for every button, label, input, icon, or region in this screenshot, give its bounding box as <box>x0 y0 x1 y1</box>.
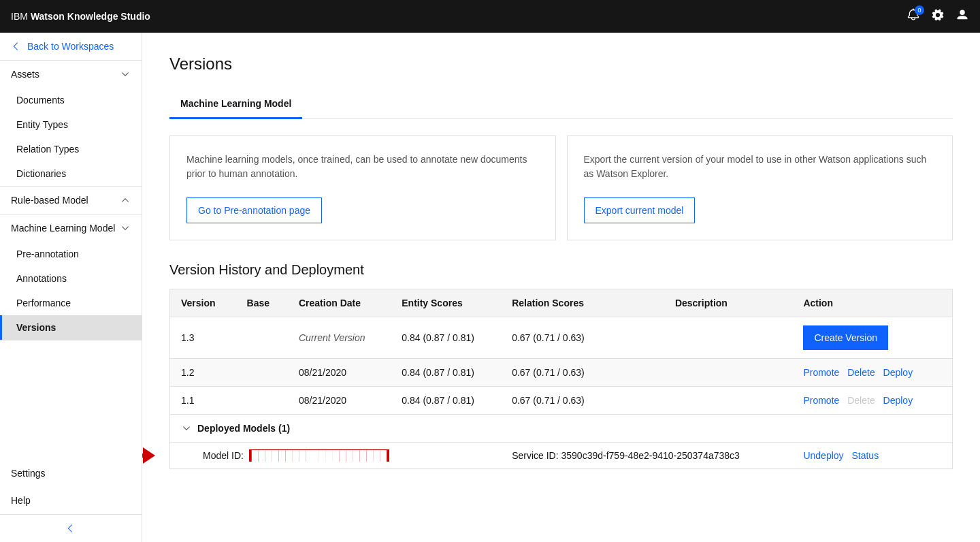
sidebar-item-annotations[interactable]: Annotations <box>0 266 142 291</box>
tab-ml-model[interactable]: Machine Learning Model <box>169 90 302 119</box>
col-entity-scores: Entity Scores <box>391 289 501 317</box>
deployed-models-header-row: Deployed Models (1) <box>170 415 953 443</box>
creation-date-1-3: Current Version <box>288 317 391 359</box>
col-base: Base <box>236 289 288 317</box>
table-row: 1.2 08/21/2020 0.84 (0.87 / 0.81) 0.67 (… <box>170 359 953 387</box>
notification-icon[interactable]: 0 <box>906 8 920 25</box>
app-body: Back to Workspaces Assets Documents Enti… <box>0 33 980 542</box>
description-1-1 <box>664 387 793 415</box>
tabs: Machine Learning Model <box>169 90 953 119</box>
col-relation-scores: Relation Scores <box>501 289 664 317</box>
base-1-1 <box>236 387 288 415</box>
action-1-3: Create Version <box>792 317 952 359</box>
deployed-models-header: Deployed Models (1) <box>181 423 941 434</box>
model-id-value: ████████████████████ <box>249 449 389 462</box>
col-action: Action <box>792 289 952 317</box>
assets-label: Assets <box>11 69 39 80</box>
entity-scores-1-1: 0.84 (0.87 / 0.81) <box>391 387 501 415</box>
cards-row: Machine learning models, once trained, c… <box>169 136 953 240</box>
rule-based-header[interactable]: Rule-based Model <box>0 187 142 214</box>
action-1-1: Promote Delete Deploy <box>792 387 952 415</box>
deployed-model-row: Model ID: ████████████████████ Service I… <box>170 443 953 469</box>
col-creation-date: Creation Date <box>288 289 391 317</box>
creation-date-1-1: 08/21/2020 <box>288 387 391 415</box>
action-1-2: Promote Delete Deploy <box>792 359 952 387</box>
assets-section-header[interactable]: Assets <box>0 61 142 88</box>
version-history-table: Version Base Creation Date Entity Scores… <box>169 289 953 469</box>
pre-annotation-card-text: Machine learning models, once trained, c… <box>186 153 539 181</box>
pre-annotation-card: Machine learning models, once trained, c… <box>169 136 556 240</box>
col-version: Version <box>170 289 236 317</box>
page-title: Versions <box>169 54 953 74</box>
notification-badge: 0 <box>915 5 924 15</box>
ml-model-section: Machine Learning Model Pre-annotation An… <box>0 214 142 340</box>
brand-ibm: IBM <box>11 11 28 22</box>
ml-model-label: Machine Learning Model <box>11 223 115 234</box>
deploy-link-1-1[interactable]: Deploy <box>883 395 913 406</box>
annotation-arrow <box>142 447 155 464</box>
rule-based-section: Rule-based Model <box>0 187 142 214</box>
sidebar-collapse-button[interactable] <box>0 514 142 542</box>
delete-link-1-2[interactable]: Delete <box>847 367 875 378</box>
table-row: 1.1 08/21/2020 0.84 (0.87 / 0.81) 0.67 (… <box>170 387 953 415</box>
ml-model-header[interactable]: Machine Learning Model <box>0 214 142 242</box>
back-label: Back to Workspaces <box>27 41 114 52</box>
sidebar-item-performance[interactable]: Performance <box>0 291 142 315</box>
user-icon[interactable] <box>956 8 969 25</box>
undeploy-link[interactable]: Undeploy <box>803 450 843 461</box>
promote-link-1-2[interactable]: Promote <box>803 367 839 378</box>
sidebar-help[interactable]: Help <box>0 487 142 514</box>
version-1-3: 1.3 <box>170 317 236 359</box>
creation-date-1-2: 08/21/2020 <box>288 359 391 387</box>
sidebar-item-documents[interactable]: Documents <box>0 88 142 112</box>
top-navigation: IBM Watson Knowledge Studio 0 <box>0 0 980 33</box>
assets-section: Assets Documents Entity Types Relation T… <box>0 61 142 187</box>
table-header-row: Version Base Creation Date Entity Scores… <box>170 289 953 317</box>
rule-based-label: Rule-based Model <box>11 195 88 206</box>
sidebar: Back to Workspaces Assets Documents Enti… <box>0 33 142 542</box>
sidebar-item-relation-types[interactable]: Relation Types <box>0 137 142 161</box>
sidebar-bottom: Settings Help <box>0 460 142 542</box>
version-1-1: 1.1 <box>170 387 236 415</box>
base-1-2 <box>236 359 288 387</box>
col-description: Description <box>664 289 793 317</box>
sidebar-item-pre-annotation[interactable]: Pre-annotation <box>0 242 142 266</box>
entity-scores-1-3: 0.84 (0.87 / 0.81) <box>391 317 501 359</box>
relation-scores-1-3: 0.67 (0.71 / 0.63) <box>501 317 664 359</box>
deployed-models-label: Deployed Models (1) <box>197 423 290 434</box>
service-id-label: Service ID: 3590c39d-f759-48e2-9410-2503… <box>512 450 740 461</box>
relation-scores-1-1: 0.67 (0.71 / 0.63) <box>501 387 664 415</box>
sidebar-item-entity-types[interactable]: Entity Types <box>0 112 142 137</box>
export-current-model-button[interactable]: Export current model <box>584 197 696 223</box>
go-to-pre-annotation-button[interactable]: Go to Pre-annotation page <box>186 197 322 223</box>
export-card-text: Export the current version of your model… <box>584 153 936 181</box>
version-1-2: 1.2 <box>170 359 236 387</box>
topnav-icons: 0 <box>906 8 969 25</box>
promote-link-1-1[interactable]: Promote <box>803 395 839 406</box>
export-card: Export the current version of your model… <box>567 136 953 240</box>
arrow-head <box>143 447 155 464</box>
create-version-button[interactable]: Create Version <box>803 325 888 350</box>
entity-scores-1-2: 0.84 (0.87 / 0.81) <box>391 359 501 387</box>
main-content: Versions Machine Learning Model Machine … <box>142 33 980 542</box>
sidebar-item-versions[interactable]: Versions <box>0 315 142 340</box>
description-1-2 <box>664 359 793 387</box>
description-1-3 <box>664 317 793 359</box>
status-link[interactable]: Status <box>851 450 879 461</box>
settings-icon[interactable] <box>931 8 945 25</box>
sidebar-item-dictionaries[interactable]: Dictionaries <box>0 161 142 186</box>
brand-name: Watson Knowledge Studio <box>31 11 150 22</box>
deploy-link-1-2[interactable]: Deploy <box>883 367 913 378</box>
sidebar-settings[interactable]: Settings <box>0 460 142 487</box>
back-to-workspaces[interactable]: Back to Workspaces <box>0 33 142 61</box>
model-id-label: Model ID: ████████████████████ <box>203 450 389 461</box>
delete-link-1-1: Delete <box>847 395 875 406</box>
version-history-title: Version History and Deployment <box>169 262 953 278</box>
table-row: 1.3 Current Version 0.84 (0.87 / 0.81) 0… <box>170 317 953 359</box>
relation-scores-1-2: 0.67 (0.71 / 0.63) <box>501 359 664 387</box>
current-version-label: Current Version <box>299 332 365 343</box>
app-brand: IBM Watson Knowledge Studio <box>11 11 150 22</box>
base-1-3 <box>236 317 288 359</box>
